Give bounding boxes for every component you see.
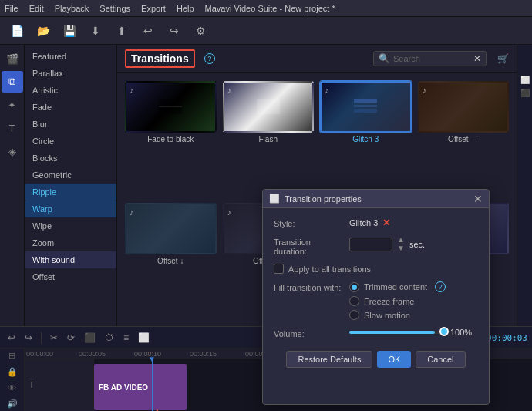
cat-ripple[interactable]: Ripple	[25, 184, 116, 200]
apply-all-row[interactable]: Apply to all transitions	[274, 264, 478, 274]
radio-trimmed[interactable]	[349, 282, 359, 292]
style-value: Glitch 3 ✕	[349, 217, 390, 228]
fill-trimmed[interactable]: Trimmed content ?	[349, 281, 446, 292]
list-icon[interactable]: ≡	[120, 331, 132, 345]
menu-settings[interactable]: Settings	[99, 4, 130, 13]
cut-icon[interactable]: ✂	[47, 331, 61, 345]
zoom-icon[interactable]: ⊞	[8, 351, 15, 361]
cart-icon[interactable]: 🛒	[497, 53, 509, 64]
cat-warp[interactable]: Warp	[25, 200, 116, 217]
fill-row: Fill transition with: Trimmed content ? …	[274, 281, 478, 320]
help-icon[interactable]: ?	[204, 53, 215, 64]
search-box[interactable]: 🔍 ✕	[373, 51, 487, 66]
cat-circle[interactable]: Circle	[25, 133, 116, 150]
undo-button[interactable]: ↩	[137, 20, 159, 42]
cat-zoom[interactable]: Zoom	[25, 234, 116, 251]
more-icon[interactable]: ⬜	[135, 331, 153, 345]
open-button[interactable]: 📂	[32, 20, 54, 42]
radio-trimmed-label: Trimmed content	[364, 282, 427, 291]
rotate-icon[interactable]: ⟳	[64, 331, 78, 345]
eye-icon[interactable]: 👁	[8, 383, 16, 392]
cancel-button[interactable]: Cancel	[416, 351, 465, 368]
spin-down-icon[interactable]: ▼	[397, 244, 405, 252]
apply-all-checkbox[interactable]	[274, 264, 284, 274]
filters-icon[interactable]: ◈	[2, 140, 23, 162]
time-display-right: 00:00:03	[487, 332, 527, 343]
video-clip[interactable]: FB AD VIDEO	[94, 364, 187, 410]
redo-icon[interactable]: ↪	[22, 331, 35, 345]
fill-help-icon[interactable]: ?	[435, 281, 446, 292]
dialog-title-bar: ⬜ Transition properties ✕	[263, 190, 489, 208]
menu-export[interactable]: Export	[141, 4, 166, 13]
save-button[interactable]: 💾	[59, 20, 80, 42]
media-icon[interactable]: 🎬	[2, 48, 23, 69]
restore-defaults-button[interactable]: Restore Defaults	[286, 351, 372, 368]
menu-help[interactable]: Help	[177, 4, 194, 13]
spin-up-icon[interactable]: ▲	[397, 236, 405, 244]
playhead[interactable]	[152, 359, 153, 411]
cat-blocks[interactable]: Blocks	[25, 150, 116, 167]
cat-featured[interactable]: Featured	[25, 48, 116, 65]
cat-wipe[interactable]: Wipe	[25, 217, 116, 234]
cat-with-sound[interactable]: With sound	[25, 251, 116, 268]
style-name: Glitch 3	[349, 218, 378, 227]
clear-style-button[interactable]: ✕	[382, 217, 390, 228]
cat-fade[interactable]: Fade	[25, 99, 116, 116]
search-input[interactable]	[393, 54, 470, 63]
transition-label: Offset ↓	[157, 257, 184, 265]
duration-spinner[interactable]: ▲ ▼	[397, 236, 405, 252]
dialog-actions: Restore Defaults OK Cancel	[274, 351, 478, 368]
transition-label: Fade to black	[147, 135, 194, 143]
transition-flash[interactable]: ♪ Flash	[223, 81, 315, 197]
undo-icon[interactable]: ↩	[5, 331, 19, 345]
volume-slider[interactable]	[349, 331, 444, 334]
apply-all-label: Apply to all transitions	[288, 264, 371, 274]
new-button[interactable]: 📄	[6, 20, 28, 42]
section-title: Transitions	[125, 49, 195, 68]
redo-button[interactable]: ↪	[163, 20, 185, 42]
menu-playback[interactable]: Playback	[55, 4, 89, 13]
radio-freeze[interactable]	[349, 296, 359, 306]
transition-offset-right[interactable]: ♪ Offset →	[418, 81, 510, 197]
transition-glitch3[interactable]: ♪ Glitch 3	[320, 81, 412, 197]
crop-icon[interactable]: ⬛	[81, 331, 99, 345]
titles-icon[interactable]: T	[2, 117, 23, 139]
volume-row: Volume: 100%	[274, 328, 478, 339]
transition-label: Flash	[259, 135, 278, 143]
ok-button[interactable]: OK	[377, 351, 411, 368]
menu-edit[interactable]: Edit	[29, 4, 44, 13]
export-button[interactable]: ⬆	[111, 20, 133, 42]
panel-icon2[interactable]: ⬛	[520, 89, 530, 97]
duration-label: Transitionduration:	[274, 236, 343, 256]
transitions-icon[interactable]: ⧉	[2, 71, 23, 93]
fill-slow[interactable]: Slow motion	[349, 310, 446, 320]
music-note-icon: ♪	[325, 86, 329, 95]
duration-value: 01:000 ▲ ▼ sec.	[349, 236, 425, 252]
transition-fade-to-black[interactable]: ♪ Fade to black	[125, 81, 217, 197]
music-note-icon: ♪	[227, 207, 232, 217]
cat-offset[interactable]: Offset	[25, 268, 116, 285]
transition-offset-down[interactable]: ♪ Offset ↓	[125, 203, 217, 318]
cat-parallax[interactable]: Parallax	[25, 65, 116, 82]
settings-button[interactable]: ⚙	[190, 20, 211, 42]
fill-freeze[interactable]: Freeze frame	[349, 296, 446, 306]
left-sidebar-icons: 🎬 ⧉ ✦ T ◈	[0, 45, 25, 326]
cat-blur[interactable]: Blur	[25, 116, 116, 133]
lock-icon[interactable]: 🔒	[7, 367, 18, 377]
timeline-time: 00:00:03	[487, 333, 527, 343]
timer-icon[interactable]: ⏱	[102, 331, 117, 345]
audio-icon[interactable]: 🔊	[7, 399, 18, 409]
import-button[interactable]: ⬇	[85, 20, 106, 42]
duration-input[interactable]: 01:000	[349, 238, 392, 251]
effects-icon[interactable]: ✦	[2, 94, 23, 116]
cat-geometric[interactable]: Geometric	[25, 167, 116, 184]
time-mark: 00:00:00	[26, 350, 53, 358]
clear-icon[interactable]: ✕	[473, 53, 481, 64]
dialog-close-button[interactable]: ✕	[473, 193, 483, 205]
panel-icon[interactable]: ⬜	[520, 76, 530, 84]
volume-thumb[interactable]	[439, 327, 449, 336]
cat-artistic[interactable]: Artistic	[25, 82, 116, 99]
fill-options: Trimmed content ? Freeze frame Slow moti…	[349, 281, 446, 320]
menu-file[interactable]: File	[5, 4, 19, 13]
radio-slow[interactable]	[349, 310, 359, 320]
